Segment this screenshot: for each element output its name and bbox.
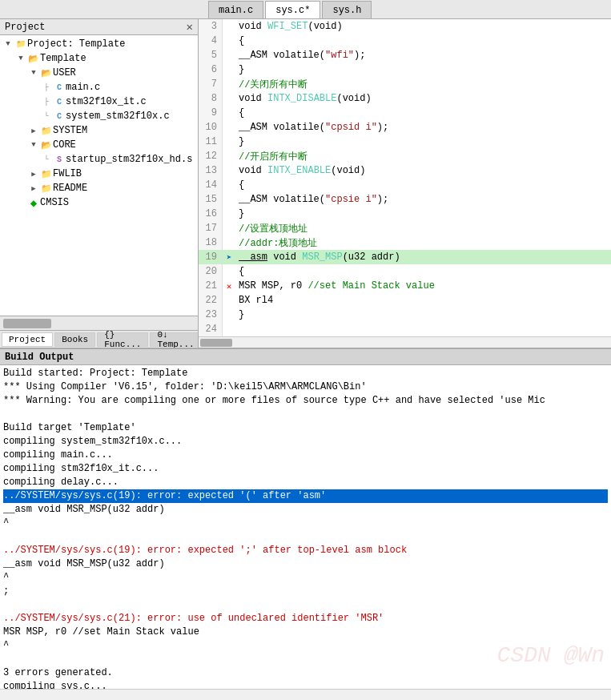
code-line-5: 5 __ASM volatile("wfi"); <box>199 48 611 62</box>
expand-sub-icon: ├ <box>40 81 53 94</box>
build-line-2: *** Warning: You are compiling one or mo… <box>3 394 608 408</box>
project-panel-title: Project <box>5 22 45 33</box>
build-line-4: Build target 'Template' <box>3 421 608 435</box>
tree-label: CORE <box>53 139 76 151</box>
expand-icon: ▶ <box>27 167 40 180</box>
code-area[interactable]: 3 void WFI_SET(void) 4 { 5 __ASM volatil… <box>199 19 611 336</box>
build-line-16: ; <box>3 585 608 598</box>
expand-icon: ▼ <box>2 38 14 50</box>
expand-sub-icon: └ <box>40 153 53 166</box>
build-line-11: ^ <box>3 517 608 530</box>
code-line-10: 10 __ASM volatile("cpsid i"); <box>199 120 611 135</box>
tree-item-project-root[interactable]: ▼ 📁 Project: Template <box>0 37 198 51</box>
build-output-panel: Build Output Build started: Project: Tem… <box>0 348 611 700</box>
code-line-13: 13 void INTX_ENABLE(void) <box>199 163 611 178</box>
code-line-12: 12 //开启所有中断 <box>199 149 611 163</box>
h-scroll-thumb[interactable] <box>200 339 232 347</box>
tab-sys-h[interactable]: sys.h <box>322 1 372 18</box>
code-line-4: 4 { <box>199 34 611 48</box>
tree-label: Project: Template <box>27 38 125 50</box>
tree-label: USER <box>53 67 76 78</box>
code-line-16: 16 } <box>199 207 611 221</box>
tree-scrollbar[interactable] <box>0 316 198 330</box>
build-line-3 <box>3 408 608 421</box>
code-line-20: 20 { <box>199 264 611 279</box>
code-line-23: 23 } <box>199 308 611 322</box>
tree-label: startup_stm32f10x_hd.s <box>66 154 192 165</box>
tree-item-cmsis[interactable]: ◆ CMSIS <box>0 195 198 210</box>
folder-icon: 📁 <box>40 182 53 195</box>
top-tabs: main.c sys.c* sys.h <box>0 0 611 19</box>
tab-books[interactable]: Books <box>54 332 95 347</box>
folder-icon: 📁 <box>40 167 53 180</box>
expand-sub-icon: ├ <box>40 95 53 108</box>
folder-icon: 📂 <box>40 66 53 79</box>
code-line-3: 3 void WFI_SET(void) <box>199 19 611 34</box>
tree-item-stm32-it[interactable]: ├ C stm32f10x_it.c <box>0 95 198 109</box>
tree-label: Template <box>40 53 86 64</box>
project-tree[interactable]: ▼ 📁 Project: Template ▼ 📂 Template ▼ 📂 U… <box>0 35 198 316</box>
build-line-7: compiling stm32f10x_it.c... <box>3 462 608 476</box>
code-line-9: 9 { <box>199 106 611 120</box>
build-line-14: __asm void MSR_MSP(u32 addr) <box>3 557 608 571</box>
h-scrollbar[interactable] <box>199 336 611 348</box>
tree-item-core[interactable]: ▼ 📂 CORE <box>0 138 198 152</box>
build-line-9: ../SYSTEM/sys/sys.c(19): error: expected… <box>3 489 608 503</box>
tree-item-template[interactable]: ▼ 📂 Template <box>0 51 198 66</box>
build-line-0: Build started: Project: Template <box>3 367 608 380</box>
tree-item-user[interactable]: ▼ 📂 USER <box>0 66 198 80</box>
project-icon: 📁 <box>14 38 27 50</box>
tree-item-system-stm32[interactable]: └ C system_stm32f10x.c <box>0 109 198 123</box>
expand-sub-icon: └ <box>40 110 53 123</box>
code-line-15: 15 __ASM volatile("cpsie i"); <box>199 192 611 207</box>
c-file-icon: C <box>53 95 66 108</box>
code-line-7: 7 //关闭所有中断 <box>199 77 611 91</box>
folder-icon: 📁 <box>40 124 53 137</box>
project-panel-header: Project ✕ <box>0 19 198 35</box>
build-output-header: Build Output <box>0 349 611 365</box>
tab-func[interactable]: {} Func... <box>97 332 148 347</box>
build-line-12 <box>3 530 608 544</box>
build-line-20: ^ <box>3 639 608 653</box>
tree-label: SYSTEM <box>53 125 87 136</box>
code-line-24: 24 <box>199 322 611 336</box>
tab-temp[interactable]: 0↓ Temp... <box>150 332 199 347</box>
expand-icon: ▶ <box>27 124 40 137</box>
code-line-22: 22 BX rl4 <box>199 293 611 308</box>
build-scrollbar[interactable] <box>0 689 611 700</box>
build-line-23: compiling sys.c... <box>3 680 608 689</box>
tree-label: system_stm32f10x.c <box>66 111 170 122</box>
tree-label: FWLIB <box>53 168 82 179</box>
main-layout: Project ✕ ▼ 📁 Project: Template ▼ 📂 Temp… <box>0 19 611 348</box>
project-panel: Project ✕ ▼ 📁 Project: Template ▼ 📂 Temp… <box>0 19 199 348</box>
tree-item-readme[interactable]: ▶ 📁 README <box>0 181 198 195</box>
expand-icon: ▶ <box>27 182 40 195</box>
tree-label: README <box>53 183 87 194</box>
build-line-6: compiling main.c... <box>3 449 608 462</box>
c-file-icon: C <box>53 81 66 94</box>
s-file-icon: S <box>53 153 66 166</box>
code-line-19: 19 ➤ __asm void MSR_MSP(u32 addr) <box>199 250 611 264</box>
tree-item-startup[interactable]: └ S startup_stm32f10x_hd.s <box>0 152 198 167</box>
tree-item-system[interactable]: ▶ 📁 SYSTEM <box>0 123 198 138</box>
build-line-13: ../SYSTEM/sys/sys.c(19): error: expected… <box>3 544 608 557</box>
tab-main-c[interactable]: main.c <box>208 1 263 18</box>
tree-item-main-c[interactable]: ├ C main.c <box>0 80 198 95</box>
c-file-icon: C <box>53 110 66 123</box>
build-line-22: 3 errors generated. <box>3 666 608 680</box>
code-line-8: 8 void INTX_DISABLE(void) <box>199 91 611 106</box>
tab-project[interactable]: Project <box>2 332 53 347</box>
build-line-5: compiling system_stm32f10x.c... <box>3 435 608 449</box>
build-line-1: *** Using Compiler 'V6.15', folder: 'D:\… <box>3 380 608 394</box>
close-icon[interactable]: ✕ <box>187 20 193 34</box>
tree-label: main.c <box>66 82 100 93</box>
tab-sys-c[interactable]: sys.c* <box>265 1 320 18</box>
scroll-thumb[interactable] <box>3 319 51 328</box>
build-line-21 <box>3 653 608 666</box>
tree-item-fwlib[interactable]: ▶ 📁 FWLIB <box>0 167 198 181</box>
code-line-18: 18 //addr:栈顶地址 <box>199 235 611 250</box>
code-line-6: 6 } <box>199 62 611 77</box>
build-content[interactable]: Build started: Project: Template*** Usin… <box>0 365 611 689</box>
tree-label: CMSIS <box>40 197 69 208</box>
expand-icon: ▼ <box>14 52 27 65</box>
